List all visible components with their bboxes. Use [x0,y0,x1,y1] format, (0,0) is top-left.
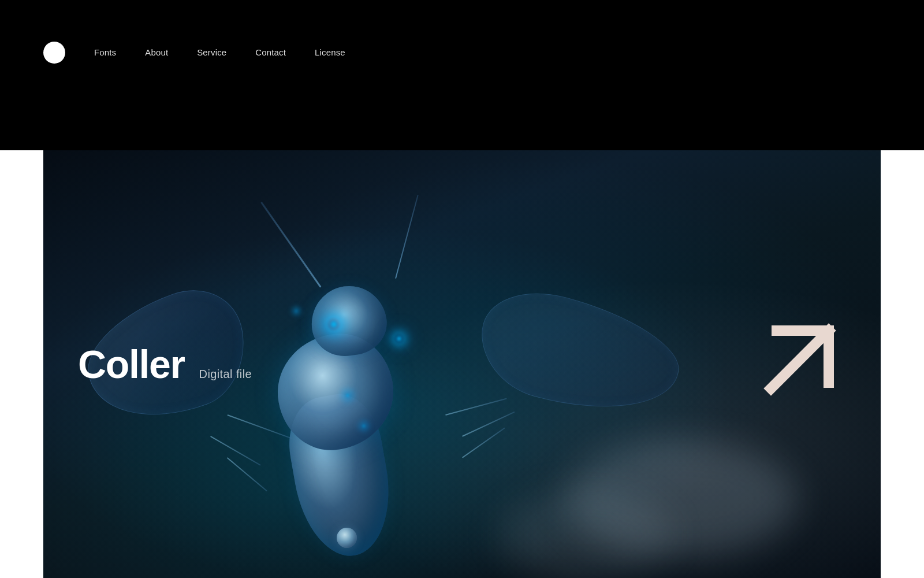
insect-leg-3 [227,457,267,491]
nav-item-contact[interactable]: Contact [255,47,286,58]
nav-link-fonts[interactable]: Fonts [94,47,116,57]
mist-cloud-2 [498,491,672,578]
mist-cloud-1 [566,441,797,557]
nav-item-fonts[interactable]: Fonts [94,47,116,58]
hero-text-group: Coller Digital file [78,344,252,384]
nav-link-about[interactable]: About [145,47,168,57]
glow-light-1 [328,318,340,330]
hero-section: Coller Digital file [43,150,881,578]
nav-link-contact[interactable]: Contact [255,47,286,57]
page-wrapper: Fonts About Service Contact License [0,0,924,578]
insect-ball-joint [337,528,357,548]
arrow-container[interactable] [754,313,846,406]
right-border [881,150,924,578]
top-navigation-bar: Fonts About Service Contact License [0,0,924,150]
insect-leg-5 [462,412,515,437]
insect-antenna-right [395,195,419,279]
hero-subtitle: Digital file [199,368,252,381]
nav-item-license[interactable]: License [315,47,345,58]
left-border [0,150,43,578]
insect-leg-2 [210,436,261,466]
glow-light-4 [362,424,366,428]
hero-title: Coller [78,344,185,384]
main-content: Coller Digital file [0,150,924,578]
nav-link-service[interactable]: Service [197,47,226,57]
nav-links-list: Fonts About Service Contact License [94,47,345,58]
nav-item-about[interactable]: About [145,47,168,58]
insect-wing-right [476,276,684,433]
insect-leg-4 [445,398,507,415]
logo[interactable] [43,42,65,64]
glow-light-5 [295,309,298,313]
insect-leg-6 [462,427,505,458]
nav-link-license[interactable]: License [315,47,345,57]
glow-light-2 [395,335,403,343]
insect-antenna-left [260,202,322,288]
nav-item-service[interactable]: Service [197,47,226,58]
navigate-arrow-icon[interactable] [754,313,846,406]
insect-leg-1 [227,414,292,439]
main-nav: Fonts About Service Contact License [43,0,345,64]
